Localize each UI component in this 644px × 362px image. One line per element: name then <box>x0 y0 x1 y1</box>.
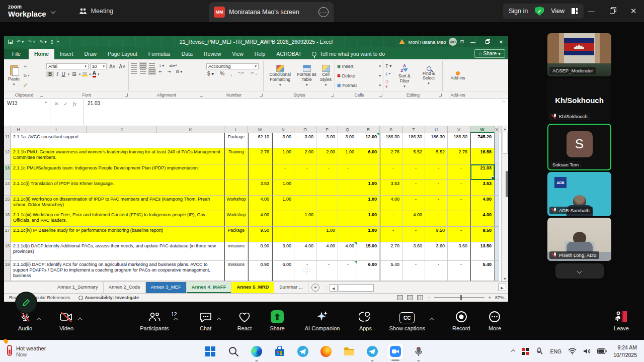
ribbon-tab-data[interactable]: Data <box>176 49 198 59</box>
toolbar-button-record[interactable]: Record <box>452 310 470 331</box>
wrap-text-icon[interactable]: ab↩ <box>168 63 178 68</box>
activity-cell[interactable]: 2.1.1c PMU/Safeguards team: Indigenous P… <box>11 164 224 180</box>
minimize-button[interactable]: — <box>581 8 602 15</box>
scroll-up-icon[interactable]: ▲ <box>503 127 507 131</box>
grid-cell[interactable]: 4.00 <box>470 196 495 211</box>
grid-cell[interactable]: - <box>403 261 425 281</box>
tray-app-icon[interactable] <box>521 347 529 355</box>
grid-cell[interactable]: - <box>425 180 448 196</box>
grid-cell[interactable]: - <box>403 180 425 196</box>
grid-cell[interactable] <box>316 180 338 196</box>
grid-cell[interactable] <box>357 164 380 180</box>
grid-cell[interactable] <box>248 164 272 180</box>
grid-cell[interactable]: 3.53 <box>248 180 272 196</box>
accessibility-status[interactable]: Accessibility: Investigate <box>78 295 139 300</box>
grid-cell[interactable]: 1.00 <box>272 196 294 211</box>
grid-cell[interactable]: - <box>380 227 403 242</box>
dialog-launcher-icon[interactable] <box>125 94 128 97</box>
weather-widget[interactable]: Hot weather Now <box>7 345 128 358</box>
toolbar-button-chat[interactable]: Chat <box>199 310 212 331</box>
grid-cell[interactable]: - <box>403 227 425 242</box>
grid-cell[interactable]: 1.00 <box>272 180 294 196</box>
conditional-formatting-button[interactable]: Conditional Formatting▾ <box>266 62 294 90</box>
taskbar-zoom-icon[interactable] <box>387 343 404 360</box>
align-right-icon[interactable] <box>149 69 155 74</box>
dialog-launcher-icon[interactable] <box>260 94 263 97</box>
grid-cell[interactable]: - <box>448 261 470 281</box>
sheet-tab-annex-2-code[interactable]: Annex 2_Code <box>104 282 146 293</box>
toolbar-button-share[interactable]: Share <box>270 310 284 331</box>
grid-cell[interactable]: 12.00 <box>357 133 380 148</box>
formula-value[interactable]: 21.03 <box>84 99 508 126</box>
grid-cell[interactable]: 3.00 <box>294 133 316 148</box>
ribbon-tab-page-layout[interactable]: Page Layout <box>102 49 143 59</box>
grid-cell[interactable]: 62.10 <box>248 133 272 148</box>
ribbon-tab-draw[interactable]: Draw <box>78 49 102 59</box>
grid-cell[interactable]: 21.03 <box>470 164 495 180</box>
row-header-17[interactable]: 17 <box>4 227 11 242</box>
tab-shared-screen[interactable]: MM Moniratana Mao's screen ··· <box>209 2 334 22</box>
grid-cell[interactable]: 16.56 <box>470 148 495 164</box>
clear-icon[interactable]: ◇ ▾ <box>385 79 392 89</box>
volume-icon[interactable] <box>583 348 591 354</box>
zoom-slider[interactable] <box>434 297 485 298</box>
align-middle-icon[interactable] <box>140 63 146 68</box>
activity-cell[interactable]: 2.1.1c(iii) Workshop on Free, Prior and … <box>11 211 224 227</box>
dialog-launcher-icon[interactable] <box>439 94 442 97</box>
grid-cell[interactable]: 1.00 <box>357 180 380 196</box>
participant-tile[interactable]: ADBADB-Sambath <box>547 172 611 216</box>
toolbar-button-react[interactable]: React <box>237 310 252 331</box>
sheet-tab-summar-[interactable]: Summar ... <box>274 282 308 293</box>
grid-cell[interactable]: - <box>380 211 403 227</box>
grid-cell[interactable]: 5.40 <box>470 261 495 281</box>
grid-cell[interactable]: - <box>448 180 470 196</box>
column-header-S[interactable]: S <box>380 126 403 133</box>
sort-filter-button[interactable]: AZ Sort & Filter▾ <box>394 62 415 90</box>
grid-cell[interactable] <box>272 211 294 227</box>
excel-restore-button[interactable] <box>480 39 494 45</box>
grid-cell[interactable]: 5.52 <box>403 148 425 164</box>
taskbar-store-icon[interactable] <box>271 343 288 360</box>
collapse-gallery-button[interactable] <box>555 263 604 279</box>
add-ins-button[interactable]: Add-ins <box>445 62 471 90</box>
toolbar-button-participants[interactable]: Participants12 <box>140 310 169 331</box>
autosum-icon[interactable]: Σ ▾ <box>385 63 392 68</box>
sheet-tab-annex-4-maff[interactable]: Annex 4_MAFF <box>187 282 232 293</box>
grid-cell[interactable]: - <box>403 164 425 180</box>
ribbon-tab-acrobat[interactable]: ACROBAT <box>271 49 307 59</box>
dialog-launcher-icon[interactable] <box>331 94 334 97</box>
column-header-H[interactable]: H <box>11 126 26 133</box>
view-button[interactable]: View <box>551 8 565 15</box>
grid-cell[interactable] <box>338 227 357 242</box>
grid-cell[interactable] <box>294 196 316 211</box>
taskbar-recorder-icon[interactable] <box>410 343 427 360</box>
grid-cell[interactable]: 3.53 <box>380 180 403 196</box>
grid-cell[interactable]: 3.00 <box>338 133 357 148</box>
stage-scrollbar[interactable] <box>506 171 508 197</box>
ink-icon[interactable]: ✎ ▾ <box>39 39 47 44</box>
grid-cell[interactable]: 2.76 <box>380 148 403 164</box>
activity-cell[interactable]: 2.1.1c(i) Translation of IPDP into Khmer… <box>11 180 224 196</box>
accounting-format-icon[interactable]: $ ▾ <box>206 71 215 76</box>
select-all-corner[interactable] <box>4 126 11 133</box>
tab-meeting[interactable]: Meeting <box>79 8 113 15</box>
scroll-left-icon[interactable]: ◀ <box>330 284 338 292</box>
zoom-in-icon[interactable]: + <box>489 295 491 300</box>
grid-cell[interactable]: 9.50 <box>470 227 495 242</box>
taskbar-firefox-icon[interactable] <box>317 343 335 360</box>
column-header-M[interactable]: M <box>248 126 272 133</box>
new-sheet-icon[interactable]: + <box>311 284 319 292</box>
column-header-W[interactable]: W <box>470 126 495 133</box>
row-header-13[interactable]: 13 <box>4 164 11 180</box>
merge-center-icon[interactable]: ⊟ ▾ <box>175 69 183 74</box>
activity-cell[interactable]: 2.1.1c(ii) Workshop on dissemination of … <box>11 196 224 211</box>
grid-cell[interactable]: 2.70 <box>380 242 403 261</box>
column-header-K[interactable]: K <box>157 126 224 133</box>
unit-cell[interactable]: Package <box>224 227 248 242</box>
grid-cell[interactable]: 2.76 <box>248 148 272 164</box>
grid-cell[interactable]: - <box>316 164 338 180</box>
toolbar-button-more[interactable]: More <box>488 310 501 331</box>
grid-cell[interactable]: 5.52 <box>425 148 448 164</box>
row-header-19[interactable]: 19 <box>4 261 11 281</box>
grid-cell[interactable]: 3.60 <box>425 242 448 261</box>
